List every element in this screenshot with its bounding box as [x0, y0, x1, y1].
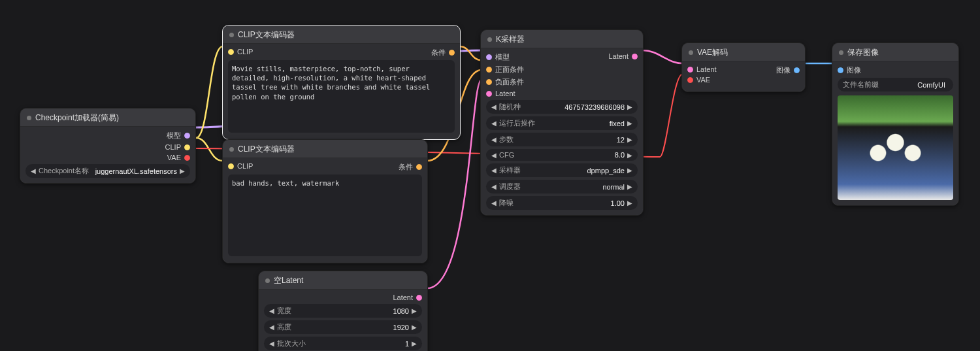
- output-port-model[interactable]: 模型: [165, 131, 190, 141]
- node-title: Checkpoint加载器(简易): [35, 112, 119, 124]
- chevron-left-icon[interactable]: ◀: [269, 324, 274, 331]
- node-header[interactable]: 保存图像: [832, 43, 958, 61]
- chevron-left-icon[interactable]: ◀: [491, 199, 497, 207]
- node-ksampler[interactable]: K采样器 模型 正面条件 负面条件 Latent Latent ◀随机种4675…: [480, 29, 644, 216]
- output-port-image[interactable]: 图像: [776, 65, 800, 75]
- collapse-dot-icon[interactable]: [229, 147, 234, 152]
- collapse-dot-icon[interactable]: [265, 278, 270, 283]
- node-header[interactable]: VAE解码: [682, 43, 805, 61]
- node-title: CLIP文本编码器: [238, 144, 295, 155]
- input-port-model[interactable]: 模型: [486, 52, 524, 62]
- output-port-vae[interactable]: VAE: [165, 154, 190, 161]
- chevron-right-icon[interactable]: ▶: [627, 152, 632, 159]
- output-port-conditioning[interactable]: 条件: [399, 162, 422, 172]
- chevron-right-icon[interactable]: ▶: [627, 199, 632, 207]
- chevron-left-icon[interactable]: ◀: [491, 167, 497, 174]
- chevron-left-icon[interactable]: ◀: [491, 152, 497, 159]
- chevron-left-icon[interactable]: ◀: [491, 103, 497, 110]
- chevron-left-icon[interactable]: ◀: [491, 136, 497, 143]
- widget-seed[interactable]: ◀随机种467573239686098▶: [486, 100, 638, 114]
- collapse-dot-icon[interactable]: [487, 37, 492, 42]
- chevron-right-icon[interactable]: ▶: [412, 324, 417, 331]
- widget-after[interactable]: ◀运行后操作fixed▶: [486, 116, 638, 130]
- widget-filename-prefix[interactable]: 文件名前缀 ComfyUI: [838, 78, 953, 92]
- widget-cfg[interactable]: ◀CFG8.0▶: [486, 149, 638, 161]
- widget-sampler[interactable]: ◀采样器dpmpp_sde▶: [486, 163, 638, 177]
- chevron-right-icon[interactable]: ▶: [627, 103, 632, 110]
- chevron-right-icon[interactable]: ▶: [412, 307, 417, 314]
- chevron-left-icon[interactable]: ◀: [269, 340, 274, 347]
- chevron-left-icon[interactable]: ◀: [491, 120, 497, 127]
- input-port-clip[interactable]: CLIP: [228, 162, 253, 170]
- node-header[interactable]: K采样器: [481, 30, 643, 48]
- output-port-latent[interactable]: Latent: [393, 293, 422, 301]
- widget-steps[interactable]: ◀步数12▶: [486, 133, 638, 146]
- node-title: CLIP文本编码器: [238, 29, 295, 41]
- collapse-dot-icon[interactable]: [689, 50, 693, 55]
- node-title: K采样器: [496, 34, 525, 45]
- input-port-latent[interactable]: Latent: [486, 90, 524, 97]
- node-save-image[interactable]: 保存图像 图像 文件名前缀 ComfyUI: [832, 42, 959, 206]
- input-port-vae[interactable]: VAE: [687, 76, 717, 84]
- prompt-textarea[interactable]: [228, 175, 422, 256]
- collapse-dot-icon[interactable]: [229, 33, 234, 37]
- chevron-right-icon[interactable]: ▶: [412, 340, 417, 347]
- node-empty-latent[interactable]: 空Latent Latent ◀宽度1080▶ ◀高度1920▶ ◀批次大小1▶: [258, 271, 428, 351]
- prompt-textarea[interactable]: [228, 60, 455, 133]
- input-port-negative[interactable]: 负面条件: [486, 77, 524, 87]
- collapse-dot-icon[interactable]: [27, 116, 31, 120]
- input-port-clip[interactable]: CLIP: [228, 48, 253, 56]
- image-preview: [838, 95, 953, 200]
- chevron-left-icon[interactable]: ◀: [269, 307, 274, 314]
- input-port-latent[interactable]: Latent: [687, 65, 717, 73]
- widget-batch[interactable]: ◀批次大小1▶: [264, 337, 422, 350]
- widget-denoise[interactable]: ◀降噪1.00▶: [486, 196, 638, 210]
- chevron-left-icon[interactable]: ◀: [491, 183, 497, 190]
- node-checkpoint-loader[interactable]: Checkpoint加载器(简易) 模型 CLIP VAE ◀ Checkpoi…: [20, 108, 196, 184]
- output-port-clip[interactable]: CLIP: [165, 143, 190, 151]
- widget-scheduler[interactable]: ◀调度器normal▶: [486, 180, 638, 193]
- widget-width[interactable]: ◀宽度1080▶: [264, 304, 422, 318]
- chevron-right-icon[interactable]: ▶: [627, 183, 632, 190]
- node-header[interactable]: CLIP文本编码器: [223, 140, 427, 158]
- chevron-right-icon[interactable]: ▶: [627, 120, 632, 127]
- input-port-positive[interactable]: 正面条件: [486, 65, 524, 75]
- node-vae-decode[interactable]: VAE解码 Latent VAE 图像: [681, 42, 806, 92]
- widget-ckpt-name[interactable]: ◀ Checkpoint名称 juggernautXL.safetensors …: [25, 164, 190, 178]
- chevron-left-icon[interactable]: ◀: [31, 167, 36, 175]
- chevron-right-icon[interactable]: ▶: [627, 136, 632, 143]
- chevron-right-icon[interactable]: ▶: [627, 167, 632, 174]
- node-clip-text-encode-negative[interactable]: CLIP文本编码器 CLIP 条件: [222, 139, 428, 263]
- node-title: VAE解码: [697, 47, 728, 58]
- node-header[interactable]: CLIP文本编码器: [223, 25, 460, 44]
- node-header[interactable]: Checkpoint加载器(简易): [20, 109, 195, 127]
- node-title: 保存图像: [847, 47, 879, 58]
- output-port-latent[interactable]: Latent: [608, 52, 638, 60]
- collapse-dot-icon[interactable]: [839, 50, 843, 55]
- widget-height[interactable]: ◀高度1920▶: [264, 320, 422, 334]
- node-header[interactable]: 空Latent: [259, 271, 427, 290]
- input-port-image[interactable]: 图像: [838, 65, 861, 75]
- node-title: 空Latent: [274, 275, 303, 286]
- chevron-right-icon[interactable]: ▶: [180, 167, 185, 175]
- output-port-conditioning[interactable]: 条件: [431, 48, 455, 58]
- node-clip-text-encode-positive[interactable]: CLIP文本编码器 CLIP 条件: [222, 25, 461, 140]
